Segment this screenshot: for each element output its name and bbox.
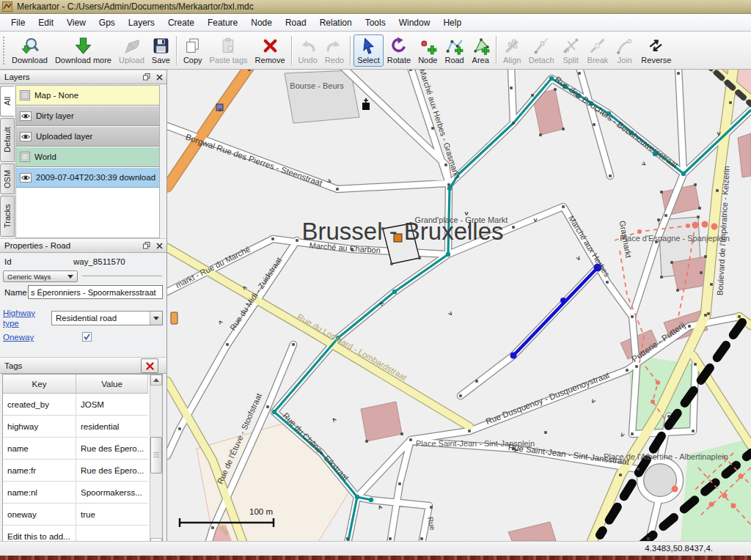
rotate-button[interactable]: Rotate	[384, 34, 414, 67]
reverse-button[interactable]: Reverse	[637, 34, 675, 67]
close-icon	[145, 361, 155, 371]
align-button[interactable]: Align	[499, 34, 525, 67]
properties-float-button[interactable]	[142, 240, 152, 251]
menu-item-relation[interactable]: Relation	[313, 15, 359, 30]
tag-row[interactable]: highwayresidential	[3, 416, 148, 438]
tag-row[interactable]: name:nlSpoormakerss...	[3, 482, 148, 504]
road-button[interactable]: Road	[441, 34, 467, 67]
value-column-header[interactable]: Value	[76, 375, 148, 394]
tags-close-button[interactable]	[141, 358, 158, 373]
road-icon	[445, 37, 464, 55]
svg-text:>: >	[532, 218, 539, 222]
layers-tab-tracks[interactable]: Tracks	[0, 196, 15, 237]
scrollbar-thumb[interactable]	[150, 437, 162, 474]
layer-row-dirty[interactable]: Dirty layer	[16, 106, 159, 126]
node-button[interactable]: Node	[414, 34, 441, 67]
window-titlebar[interactable]: Merkaartor - C:/Users/Admin/Documents/Me…	[0, 0, 751, 14]
layer-visible-eye-icon[interactable]	[20, 173, 32, 183]
tags-table-header: Key Value	[3, 375, 148, 394]
menu-item-edit[interactable]: Edit	[32, 15, 60, 30]
menu-item-gps[interactable]: Gps	[92, 15, 122, 30]
download-button[interactable]: Download	[8, 34, 51, 67]
menu-item-tools[interactable]: Tools	[359, 15, 392, 30]
tag-row-new[interactable]: Edit this to add...	[3, 526, 148, 541]
remove-button[interactable]: Remove	[252, 34, 289, 67]
layer-row-download[interactable]: 2009-07-04T20:30:39 download	[16, 168, 159, 188]
merkaartor-window: Merkaartor - C:/Users/Admin/Documents/Me…	[0, 0, 751, 560]
reverse-icon	[647, 37, 665, 55]
upload-icon	[122, 37, 141, 55]
layers-float-button[interactable]	[142, 72, 152, 82]
highway-type-link[interactable]: Highway	[3, 309, 35, 317]
left-dock: Layers All Default OSM Tracks Map - None…	[0, 70, 167, 541]
menu-item-view[interactable]: View	[60, 15, 92, 30]
template-selector[interactable]: Generic Ways	[3, 270, 78, 282]
layer-visible-eye-icon[interactable]	[20, 111, 32, 121]
paste-tags-button[interactable]: Paste tags	[206, 34, 252, 67]
id-label: Id	[4, 257, 12, 266]
map-canvas[interactable]: >>>>>>>>>>>>>>>> 100 m Bourse - Beurs Bo…	[167, 70, 751, 541]
layer-row-uploaded[interactable]: Uploaded layer	[16, 127, 159, 147]
toolbar-separator	[496, 36, 497, 65]
download-more-icon	[74, 37, 92, 55]
upload-button[interactable]: Upload	[115, 34, 148, 67]
properties-close-button[interactable]	[154, 240, 164, 251]
tag-row[interactable]: nameRue des Épero...	[3, 438, 148, 460]
menu-item-file[interactable]: File	[4, 15, 32, 30]
layers-tab-all[interactable]: All	[0, 86, 15, 117]
detach-button[interactable]: Detach	[525, 34, 558, 67]
place-label: Place de l'Albertine - Albertinaplein	[604, 452, 728, 461]
layer-visibility-checkbox[interactable]	[20, 90, 30, 100]
layers-panel-header[interactable]: Layers	[0, 70, 166, 84]
layer-visible-eye-icon[interactable]	[20, 132, 32, 141]
tags-scrollbar[interactable]	[150, 375, 162, 541]
break-button[interactable]: Break	[584, 34, 612, 67]
chevron-down-icon	[150, 312, 162, 325]
menu-item-window[interactable]: Window	[392, 15, 437, 30]
tag-row[interactable]: created_byJOSM	[3, 394, 148, 416]
toolbar: Download Download more Upload Save Copy …	[0, 32, 751, 70]
key-column-header[interactable]: Key	[3, 375, 76, 394]
layer-row-world[interactable]: World	[16, 147, 159, 167]
select-cursor-icon	[359, 37, 378, 55]
tags-table: Key Value created_byJOSM highwayresident…	[2, 374, 163, 541]
layer-row-map-none[interactable]: Map - None	[16, 86, 159, 106]
area-button[interactable]: Area	[468, 34, 494, 67]
menu-item-layers[interactable]: Layers	[122, 15, 161, 30]
split-icon	[562, 37, 580, 55]
tag-row[interactable]: name:frRue des Épero...	[3, 460, 148, 482]
undo-button[interactable]: Undo	[295, 34, 321, 67]
rotate-icon	[389, 37, 408, 55]
tag-row[interactable]: onewaytrue	[3, 504, 148, 526]
redo-button[interactable]: Redo	[321, 34, 348, 67]
scale-label: 100 m	[249, 507, 273, 516]
highway-type-link[interactable]: type	[3, 319, 19, 328]
copy-icon	[183, 37, 202, 55]
scroll-up-button[interactable]	[150, 375, 162, 386]
oneway-link[interactable]: Oneway	[3, 333, 34, 342]
menu-item-help[interactable]: Help	[436, 15, 468, 30]
menu-item-create[interactable]: Create	[161, 15, 201, 30]
download-more-button[interactable]: Download more	[51, 34, 115, 67]
highway-type-select[interactable]: Residential road	[51, 311, 163, 325]
join-button[interactable]: Join	[612, 34, 637, 67]
layers-close-button[interactable]	[154, 72, 164, 82]
menu-item-node[interactable]: Node	[244, 15, 279, 30]
menu-item-feature[interactable]: Feature	[201, 15, 244, 30]
layers-tab-default[interactable]: Default	[0, 118, 15, 162]
split-button[interactable]: Split	[558, 34, 584, 67]
menu-item-road[interactable]: Road	[279, 15, 313, 30]
layers-list: Map - None Dirty layer Uploaded layer Wo…	[15, 85, 160, 238]
name-field[interactable]: s Éperonniers - Spoormakersstraat	[28, 285, 163, 299]
save-button[interactable]: Save	[148, 34, 174, 67]
copy-button[interactable]: Copy	[180, 34, 206, 67]
layers-tab-osm[interactable]: OSM	[0, 163, 15, 194]
properties-panel-header[interactable]: Properties - Road	[0, 238, 166, 253]
oneway-checkbox[interactable]	[82, 332, 92, 342]
select-button[interactable]: Select	[353, 34, 384, 67]
layer-visibility-checkbox[interactable]	[20, 152, 30, 162]
area-icon	[472, 37, 490, 55]
id-value: way_8511570	[73, 257, 125, 266]
toolbar-drag-handle[interactable]	[2, 36, 6, 65]
name-label: Name	[4, 288, 27, 297]
